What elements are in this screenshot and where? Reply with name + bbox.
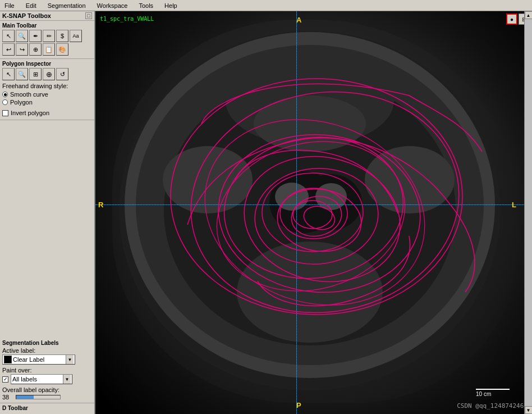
radio-polygon-circle	[2, 99, 8, 105]
scroll-track[interactable]	[525, 19, 533, 406]
svg-point-8	[163, 146, 253, 213]
tool-palette[interactable]: 🎨	[56, 43, 68, 56]
inspector-rotate[interactable]: ↺	[56, 68, 68, 80]
tool-pointer[interactable]: ↖	[2, 30, 15, 42]
paint-over-dropdown-arrow[interactable]: ▼	[63, 375, 71, 384]
menubar: File Edit Segmentation Workspace Tools H…	[0, 0, 532, 11]
active-label-row: Clear Label ▼	[2, 354, 92, 365]
svg-point-10	[254, 95, 366, 152]
scroll-down-arrow[interactable]: ▼	[525, 406, 533, 414]
brain-mri-svg	[95, 11, 532, 414]
main-toolbar-section: Main Toolbar ↖ 🔍 ✒ ✏ $ Aa ↩ ↪ ⊕ 📋 🎨	[0, 21, 94, 59]
canvas-area[interactable]: t1_spc_tra_VWALL A P R L 10 cm CSDN @qq_…	[95, 11, 532, 414]
radio-smooth-circle	[2, 92, 8, 97]
d-toolbar-label: D Toolbar	[2, 405, 92, 411]
paint-over-dropdown[interactable]: All labels ▼	[11, 374, 72, 384]
segmentation-labels-section: Segmentation Labels Active label: Clear …	[0, 338, 94, 403]
image-container: t1_spc_tra_VWALL A P R L 10 cm CSDN @qq_…	[95, 11, 532, 414]
polygon-inspector-section: Polygon Inspector ↖ 🔍 ⊞ ⊕ ↺ Freehand dra…	[0, 59, 94, 120]
polygon-inspector-toolbar: ↖ 🔍 ⊞ ⊕ ↺	[2, 68, 92, 80]
freehand-radio-group: Smooth curve Polygon	[2, 90, 92, 108]
d-toolbar-section: D Toolbar	[0, 403, 94, 414]
radio-smooth-label: Smooth curve	[10, 91, 48, 98]
freehand-style-label: Freehand drawing style:	[2, 83, 92, 89]
invert-polygon-checkbox-item[interactable]: Invert polygon	[2, 110, 92, 116]
main-toolbar-row2: ↩ ↪ ⊕ 📋 🎨	[2, 43, 92, 56]
radio-polygon-label: Polygon	[10, 99, 33, 106]
main-toolbar-label: Main Toolbar	[2, 22, 92, 29]
menu-segmentation[interactable]: Segmentation	[45, 2, 88, 10]
menu-help[interactable]: Help	[162, 2, 180, 10]
main-layout: K-SNAP Toolbox □ Main Toolbar ↖ 🔍 ✒ ✏ $ …	[0, 11, 532, 414]
direction-label-left: R	[98, 201, 103, 209]
right-scrollbar: ▲ ▼	[524, 11, 532, 414]
radio-polygon[interactable]: Polygon	[2, 99, 92, 106]
opacity-row: 38	[2, 394, 92, 401]
menu-edit[interactable]: Edit	[24, 2, 39, 10]
opacity-fill	[16, 395, 34, 399]
paint-over-row: ✓ All labels ▼	[2, 374, 92, 384]
invert-polygon-checkbox[interactable]	[2, 110, 8, 116]
inspector-grid[interactable]: ⊞	[29, 68, 42, 80]
image-overlay-label: t1_spc_tra_VWALL	[100, 16, 154, 22]
scale-label: 10 cm	[476, 391, 491, 397]
seg-labels-title: Segmentation Labels	[2, 340, 92, 346]
tool-undo[interactable]: ↩	[2, 43, 15, 56]
inspector-add[interactable]: ⊕	[43, 68, 55, 80]
menu-file[interactable]: File	[2, 2, 17, 10]
scroll-up-arrow[interactable]: ▲	[525, 11, 533, 19]
menu-tools[interactable]: Tools	[136, 2, 155, 10]
tool-measure[interactable]: $	[56, 30, 68, 42]
paint-over-checkbox[interactable]: ✓	[2, 376, 8, 383]
tool-edit[interactable]: ✏	[43, 30, 55, 42]
active-label-title: Active label:	[2, 347, 92, 354]
direction-label-bottom: P	[296, 401, 301, 410]
inspector-select[interactable]: ↖	[2, 68, 15, 80]
radio-smooth-curve[interactable]: Smooth curve	[2, 91, 92, 98]
opacity-title: Overall label opacity:	[2, 386, 92, 393]
tool-clipboard[interactable]: 📋	[43, 43, 55, 56]
toolbox-title: K-SNAP Toolbox	[2, 12, 85, 19]
tool-redo[interactable]: ↪	[16, 43, 28, 56]
scale-bar: 10 cm	[476, 389, 510, 397]
middle-spacer	[0, 120, 94, 338]
toolbox-toggle-button[interactable]: □	[85, 12, 92, 19]
opacity-slider[interactable]	[16, 395, 61, 399]
crosshair-horizontal	[95, 204, 532, 205]
direction-label-right: L	[512, 201, 516, 209]
left-panel: K-SNAP Toolbox □ Main Toolbar ↖ 🔍 ✒ ✏ $ …	[0, 11, 95, 414]
main-toolbar-row1: ↖ 🔍 ✒ ✏ $ Aa	[2, 30, 92, 42]
active-label-value: Clear Label	[13, 356, 66, 363]
tool-freehand[interactable]: ✒	[29, 30, 42, 42]
menu-workspace[interactable]: Workspace	[95, 2, 130, 10]
invert-polygon-label: Invert polygon	[11, 110, 49, 116]
opacity-value: 38	[2, 394, 13, 401]
svg-point-12	[315, 183, 347, 210]
svg-point-9	[365, 146, 455, 213]
watermark: CSDN @qq_1248742467	[457, 402, 528, 410]
active-label-color-swatch	[4, 356, 12, 363]
inspector-zoom[interactable]: 🔍	[16, 68, 28, 80]
paint-over-value: All labels	[12, 376, 63, 383]
active-label-dropdown[interactable]: Clear Label ▼	[2, 354, 75, 365]
crosshair-vertical	[296, 11, 297, 414]
active-label-dropdown-arrow[interactable]: ▼	[66, 355, 74, 364]
tool-zoom[interactable]: 🔍	[16, 30, 28, 42]
scrollbar-vertical: ▲ ▼	[524, 11, 532, 414]
polygon-inspector-label: Polygon Inspector	[2, 61, 92, 67]
direction-label-top: A	[296, 16, 301, 24]
scale-line	[476, 389, 510, 390]
tool-label[interactable]: Aa	[70, 30, 82, 42]
svg-point-6	[237, 242, 383, 343]
circle-button[interactable]: ●	[506, 13, 517, 25]
svg-point-11	[275, 183, 309, 211]
tool-layers[interactable]: ⊕	[29, 43, 42, 56]
paint-over-title: Paint over:	[2, 367, 92, 374]
toolbox-header: K-SNAP Toolbox □	[0, 11, 94, 21]
